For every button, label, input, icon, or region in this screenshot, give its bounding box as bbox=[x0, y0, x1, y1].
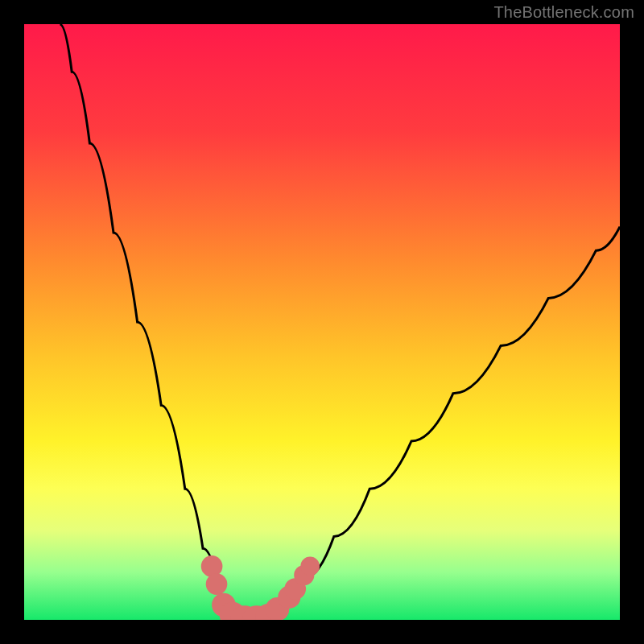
watermark-text: TheBottleneck.com bbox=[493, 3, 634, 22]
curve-layer bbox=[24, 24, 620, 620]
marker-dot bbox=[206, 573, 228, 595]
curve-markers bbox=[201, 555, 320, 620]
marker-dot bbox=[300, 557, 320, 576]
bottleneck-curve bbox=[60, 24, 620, 620]
chart-container: TheBottleneck.com bbox=[0, 0, 644, 644]
plot-area bbox=[24, 24, 620, 620]
